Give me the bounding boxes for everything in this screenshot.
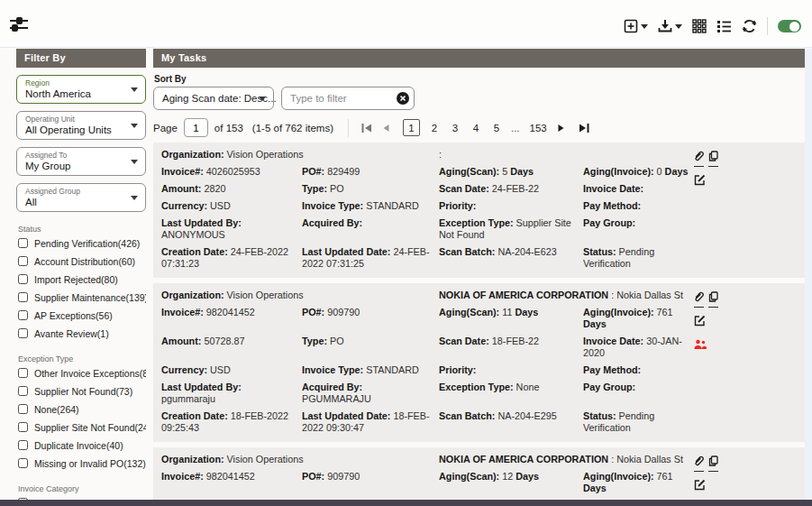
card-field: Priority: [439, 200, 576, 212]
dropdown-value: North America [25, 87, 125, 100]
card-field: Priority: [439, 364, 576, 376]
card-field: Acquired By: PGUMMARAJU [302, 382, 432, 405]
card-field: Invoice Date: [583, 183, 695, 195]
assigned-to-dropdown[interactable]: Assigned To My Group [16, 147, 146, 176]
dropdown-label: Operating Unit [25, 115, 125, 124]
checkbox-icon[interactable] [18, 238, 28, 248]
checkbox-label: Import Rejected(80) [34, 274, 118, 285]
checkbox-icon[interactable] [18, 292, 28, 302]
copy-icon[interactable] [708, 454, 718, 472]
card-field: Type: PO [302, 183, 432, 195]
checkbox-label: Missing or Invalid PO(132) [34, 458, 146, 469]
attachment-icon[interactable] [694, 290, 704, 308]
acquired-by-other-icon [694, 337, 707, 354]
card-field: Scan Batch: NA-204-E295 [439, 410, 576, 434]
checkbox-icon[interactable] [18, 440, 28, 450]
card-field: Last Updated By: ANONYMOUS [161, 217, 295, 241]
refresh-icon[interactable] [742, 19, 757, 33]
filter-checkbox-row[interactable]: Duplicate Invoice(40) [18, 437, 146, 454]
operating-unit-dropdown[interactable]: Operating Unit All Operating Units [16, 111, 146, 140]
checkbox-icon[interactable] [18, 386, 28, 396]
card-field: Currency: USD [161, 200, 295, 212]
dropdown-label: Assigned Group [25, 187, 125, 196]
filter-checkbox-row[interactable]: Account Distribution(60) [18, 253, 146, 270]
status-filter-section: Status Pending Verification(426) Account… [16, 225, 146, 342]
filter-checkbox-row[interactable]: Supplier Site Not Found(245) [18, 419, 146, 436]
list-view-icon[interactable] [716, 19, 732, 33]
chevron-down-icon [131, 196, 138, 200]
checkbox-label: Duplicate Invoice(40) [34, 440, 123, 451]
organization-field: Organization: Vision Operations [161, 290, 432, 301]
card-field: Type: PO [302, 336, 432, 359]
checkbox-label: None(264) [34, 404, 79, 415]
next-page-icon[interactable] [557, 123, 570, 133]
scrollbar-track[interactable] [805, 49, 812, 500]
organization-field: Organization: Vision Operations [161, 149, 432, 161]
last-page-icon[interactable] [578, 123, 590, 133]
task-card[interactable]: Organization: Vision Operations : Invoic… [153, 143, 805, 278]
copy-icon[interactable] [708, 290, 718, 308]
my-tasks-header: My Tasks [153, 49, 805, 68]
card-field: Scan Batch: NA-204-E623 [439, 246, 576, 270]
card-field: Creation Date: 24-FEB-2022 07:31:23 [161, 246, 295, 270]
section-title: Status [18, 225, 146, 234]
filter-checkbox-row[interactable]: AP Exceptions(56) [18, 307, 146, 324]
toggle-switch[interactable] [778, 20, 801, 32]
filter-checkbox-row[interactable]: Pending Verification(426) [18, 235, 146, 252]
filter-checkbox-row[interactable]: None(264) [18, 400, 146, 418]
attachment-icon[interactable] [694, 149, 704, 167]
attachment-icon[interactable] [694, 454, 704, 472]
dropdown-label: Region [25, 78, 125, 87]
filter-checkbox-row[interactable]: Other Invoice Exceptions(8) [18, 364, 146, 382]
filter-checkbox-row[interactable]: Missing or Invalid PO(132) [18, 455, 146, 472]
previous-page-icon[interactable] [382, 123, 395, 133]
card-field: Currency: USD [161, 364, 295, 376]
page-number[interactable]: 2 [428, 122, 441, 134]
page-number[interactable]: 4 [470, 122, 482, 134]
card-field: Invoice#: 982041452 [161, 471, 295, 494]
edit-icon[interactable] [694, 478, 706, 495]
page-number[interactable]: 153 [528, 122, 549, 134]
task-card[interactable]: Organization: Vision Operations NOKIA OF… [153, 447, 805, 506]
region-dropdown[interactable]: Region North America [16, 75, 146, 104]
supplier-field: NOKIA OF AMERICA CORPORATION : Nokia Dal… [439, 290, 695, 301]
checkbox-label: Avante Review(1) [34, 328, 109, 339]
edit-icon[interactable] [694, 314, 706, 331]
checkbox-icon[interactable] [18, 422, 28, 432]
filter-checkbox-row[interactable]: Supplier Maintenance(139) [18, 289, 146, 306]
edit-icon[interactable] [694, 173, 706, 190]
grid-view-icon[interactable] [692, 19, 707, 33]
filter-checkbox-row[interactable]: Supplier Not Found(73) [18, 382, 146, 400]
filter-sliders-icon[interactable] [9, 16, 31, 34]
checkbox-icon[interactable] [18, 368, 28, 378]
checkbox-icon[interactable] [18, 274, 28, 284]
page-label: Page [153, 123, 178, 133]
assigned-group-dropdown[interactable]: Assigned Group All [16, 183, 146, 212]
checkbox-icon[interactable] [18, 256, 28, 266]
copy-icon[interactable] [708, 149, 718, 167]
checkbox-icon[interactable] [18, 310, 28, 320]
dropdown-value: All [25, 196, 125, 208]
download-button[interactable] [658, 19, 682, 33]
page-number[interactable]: 5 [490, 122, 503, 134]
pager-divider [348, 119, 349, 137]
add-button[interactable] [624, 19, 648, 33]
task-card[interactable]: Organization: Vision Operations NOKIA OF… [153, 283, 805, 442]
page-number[interactable]: 3 [449, 122, 461, 134]
page-number[interactable]: 1 [403, 119, 420, 136]
sort-dropdown[interactable]: Aging Scan date: Desc... [153, 87, 274, 110]
clear-filter-icon[interactable] [397, 92, 409, 105]
filter-checkbox-row[interactable]: Avante Review(1) [18, 325, 146, 342]
card-field: Last Updated By: pgummaraju [161, 382, 295, 405]
checkbox-label: Account Distribution(60) [34, 256, 135, 267]
filter-input[interactable] [281, 87, 415, 110]
page-number-input[interactable] [184, 118, 208, 137]
checkbox-icon[interactable] [18, 458, 28, 468]
card-field: PO#: 909790 [302, 471, 432, 494]
filter-checkbox-row[interactable]: Import Rejected(80) [18, 271, 146, 288]
my-tasks-panel: My Tasks Sort By Aging Scan date: Desc..… [153, 49, 805, 506]
checkbox-icon[interactable] [18, 404, 28, 414]
first-page-icon[interactable] [361, 123, 374, 133]
filter-by-header: Filter By [16, 49, 146, 68]
checkbox-icon[interactable] [18, 328, 28, 338]
